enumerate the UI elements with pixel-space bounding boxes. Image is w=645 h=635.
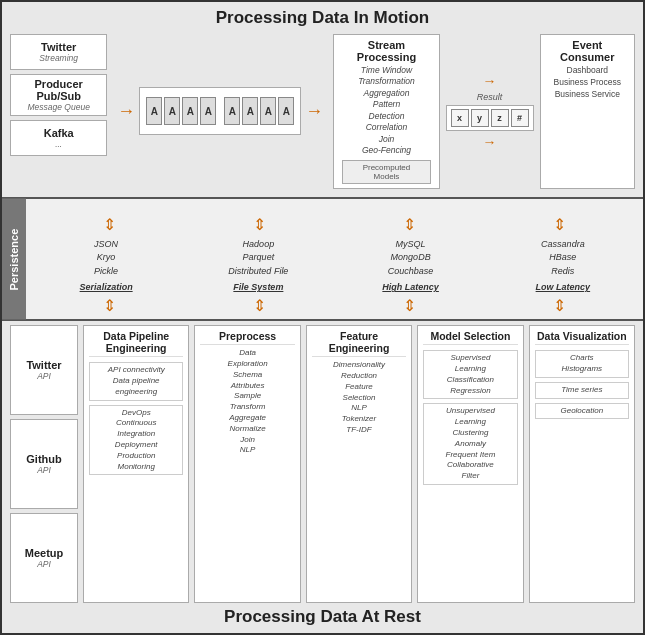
viz-sub-2: Geolocation bbox=[535, 403, 629, 420]
bottom-title: Processing Data At Rest bbox=[10, 603, 635, 629]
bottom-github-sub: API bbox=[16, 465, 72, 475]
twitter-label: Twitter bbox=[17, 41, 100, 53]
v-arrow-3: ⇕ bbox=[553, 215, 566, 234]
result-hash: # bbox=[511, 109, 529, 127]
source-kafka: Kafka ... bbox=[10, 120, 107, 156]
model-sub-1: Unsupervised Learning Clustering Anomaly… bbox=[423, 403, 517, 485]
feature-item-1: Reduction bbox=[312, 371, 406, 382]
model-item-5: Learning bbox=[427, 417, 513, 428]
pipeline-item-1: Data pipeline bbox=[93, 376, 179, 387]
event-item-2: Business Service bbox=[555, 89, 620, 101]
v-arrow-1: ⇕ bbox=[253, 215, 266, 234]
persist-highlatency-label: High Latency bbox=[339, 282, 483, 292]
persist-serialization: JSON Kryo Pickle Serialization bbox=[34, 238, 178, 293]
pipeline-sub-1: DevOps Continuous Integration Deployment… bbox=[89, 405, 183, 476]
kafka-label: Kafka bbox=[17, 127, 100, 139]
arrow-to-result: → bbox=[483, 73, 497, 89]
persist-hadoop: Hadoop bbox=[186, 238, 330, 252]
feature-title: Feature Engineering bbox=[312, 330, 406, 357]
event-title: Event Consumer bbox=[549, 39, 626, 63]
persist-parquet: Parquet bbox=[186, 251, 330, 265]
model-title: Model Selection bbox=[423, 330, 517, 345]
pipeline-item-0: API connectivity bbox=[93, 365, 179, 376]
pipeline-sub-0: API connectivity Data pipeline engineeri… bbox=[89, 362, 183, 400]
model-item-2: Classification bbox=[427, 375, 513, 386]
bottom-inner: Twitter API Github API Meetup API Data P… bbox=[10, 325, 635, 603]
preprocess-item-3: Attributes bbox=[200, 381, 294, 392]
persist-pickle: Pickle bbox=[34, 265, 178, 279]
stream-processing-box: Stream Processing Time Window Transforma… bbox=[333, 34, 439, 189]
viz-item-1: Histograms bbox=[539, 364, 625, 375]
model-item-1: Learning bbox=[427, 364, 513, 375]
persist-hbase: HBase bbox=[491, 251, 635, 265]
v-arrow-b2: ⇕ bbox=[403, 296, 416, 315]
v-arrow-b1: ⇕ bbox=[253, 296, 266, 315]
v-arrow-0: ⇕ bbox=[103, 215, 116, 234]
persist-filesystem: Hadoop Parquet Distributed File File Sys… bbox=[186, 238, 330, 293]
model-item-7: Anomaly bbox=[427, 439, 513, 450]
stream-title: Stream Processing bbox=[342, 39, 430, 63]
persist-mongodb: MongoDB bbox=[339, 251, 483, 265]
persist-json: JSON bbox=[34, 238, 178, 252]
msg-block-6: A bbox=[260, 97, 276, 125]
top-inner: Twitter Streaming Producer Pub/Sub Messa… bbox=[10, 34, 635, 189]
msg-block-3: A bbox=[200, 97, 216, 125]
model-sub-0: Supervised Learning Classification Regre… bbox=[423, 350, 517, 399]
persistence-arrows-top: ⇕ ⇕ ⇕ ⇕ bbox=[34, 215, 635, 234]
persist-couchbase: Couchbase bbox=[339, 265, 483, 279]
arrow-from-queue: → bbox=[305, 101, 323, 122]
result-area: → Result x y z # → bbox=[446, 34, 534, 189]
event-consumer-box: Event Consumer Dashboard Business Proces… bbox=[540, 34, 635, 189]
v-arrow-b0: ⇕ bbox=[103, 296, 116, 315]
preprocess-item-4: Sample bbox=[200, 391, 294, 402]
persist-serialization-label: Serialization bbox=[34, 282, 178, 292]
result-y: y bbox=[471, 109, 489, 127]
msg-block-4: A bbox=[224, 97, 240, 125]
source-twitter: Twitter Streaming bbox=[10, 34, 107, 70]
arrow-from-result: → bbox=[483, 134, 497, 150]
top-section: Processing Data In Motion Twitter Stream… bbox=[2, 2, 643, 199]
msg-block-1: A bbox=[164, 97, 180, 125]
persistence-content: ⇕ ⇕ ⇕ ⇕ JSON Kryo Pickle Serialization H… bbox=[26, 199, 643, 320]
bottom-meetup: Meetup API bbox=[10, 513, 78, 603]
result-label: Result bbox=[477, 92, 503, 102]
model-item-4: Unsupervised bbox=[427, 406, 513, 417]
persist-distributed: Distributed File bbox=[186, 265, 330, 279]
pipeline-item-6: Deployment bbox=[93, 440, 179, 451]
persist-mysql: MySQL bbox=[339, 238, 483, 252]
viz-item-0: Charts bbox=[539, 353, 625, 364]
pipeline-item-5: Integration bbox=[93, 429, 179, 440]
process-model: Model Selection Supervised Learning Clas… bbox=[417, 325, 523, 603]
model-item-10: Filter bbox=[427, 471, 513, 482]
msg-block-7: A bbox=[278, 97, 294, 125]
persist-highlatency: MySQL MongoDB Couchbase High Latency bbox=[339, 238, 483, 293]
persistence-section: Persistence ⇕ ⇕ ⇕ ⇕ JSON Kryo Pickle Ser… bbox=[2, 199, 643, 322]
bottom-meetup-label: Meetup bbox=[16, 547, 72, 559]
process-boxes: Data Pipeline Engineering API connectivi… bbox=[83, 325, 635, 603]
result-boxes: x y z # bbox=[446, 105, 534, 131]
result-z: z bbox=[491, 109, 509, 127]
viz-sub-0: Charts Histograms bbox=[535, 350, 629, 378]
bottom-twitter-sub: API bbox=[16, 371, 72, 381]
model-item-6: Clustering bbox=[427, 428, 513, 439]
bottom-twitter: Twitter API bbox=[10, 325, 78, 415]
msg-block-0: A bbox=[146, 97, 162, 125]
model-item-9: Collaborative bbox=[427, 460, 513, 471]
stream-item-5: Correlation bbox=[366, 122, 408, 133]
source-pubsub: Producer Pub/Sub Message Queue bbox=[10, 74, 107, 116]
v-arrow-2: ⇕ bbox=[403, 215, 416, 234]
queue-area: → A A A A A A A A → bbox=[113, 34, 327, 189]
twitter-sub: Streaming bbox=[17, 53, 100, 63]
bottom-meetup-sub: API bbox=[16, 559, 72, 569]
msg-block-2: A bbox=[182, 97, 198, 125]
event-item-0: Dashboard bbox=[567, 65, 609, 77]
preprocess-item-8: Join bbox=[200, 435, 294, 446]
result-x: x bbox=[451, 109, 469, 127]
model-item-0: Supervised bbox=[427, 353, 513, 364]
feature-item-4: NLP bbox=[312, 403, 406, 414]
stream-item-2: Aggregation bbox=[364, 88, 410, 99]
kafka-sub: ... bbox=[17, 139, 100, 149]
process-visualization: Data Visualization Charts Histograms Tim… bbox=[529, 325, 635, 603]
persist-redis: Redis bbox=[491, 265, 635, 279]
visualization-title: Data Visualization bbox=[535, 330, 629, 345]
